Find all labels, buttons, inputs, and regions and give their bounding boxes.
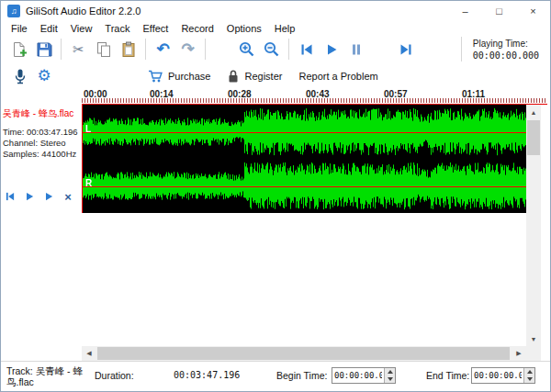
menubar: File Edit View Track Effect Record Optio…	[1, 21, 550, 35]
paste-button[interactable]	[116, 37, 141, 62]
vertical-scrollbar[interactable]: ▲ ▼	[526, 105, 541, 346]
track-mini-controls: ×	[4, 190, 74, 203]
redo-button[interactable]: ↷	[175, 37, 200, 62]
menu-help[interactable]: Help	[268, 23, 302, 34]
statusbar: Track: 吴青峰 - 蜂鸟.flac Duration: 00:03:47.…	[1, 361, 550, 391]
skip-to-start-icon	[5, 191, 16, 202]
zoom-out-button[interactable]	[259, 37, 284, 62]
vertical-scrollbar-thumb[interactable]	[527, 120, 540, 155]
register-link[interactable]: Register	[227, 69, 282, 84]
playing-time-label: Playing Time:	[473, 39, 539, 49]
report-problem-link[interactable]: Report a Problem	[298, 71, 377, 82]
ruler-tick-marks	[82, 98, 546, 103]
settings-button[interactable]: ⚙	[32, 65, 56, 87]
app-logo-icon: ♫	[7, 5, 20, 17]
status-duration-label: Duration:	[95, 370, 134, 381]
track-time: Time: 00:03:47.196	[3, 127, 78, 138]
scroll-right-arrow[interactable]: ▶	[512, 346, 526, 361]
copy-icon	[96, 41, 112, 58]
new-file-button[interactable]	[6, 37, 31, 62]
cart-icon	[148, 69, 163, 84]
app-window: ♫ GiliSoft Audio Editor 2.2.0 – □ × File…	[0, 0, 551, 392]
copy-button[interactable]	[91, 37, 116, 62]
status-track-label: Track:	[6, 365, 33, 376]
menu-options[interactable]: Options	[220, 23, 268, 34]
end-time-spinner	[523, 368, 534, 383]
spinner-up-button[interactable]	[524, 368, 534, 375]
horizontal-scrollbar[interactable]: ◀ ▶	[82, 346, 526, 361]
redo-icon: ↷	[181, 39, 194, 59]
zoom-in-icon	[238, 40, 255, 58]
purchase-label: Purchase	[168, 71, 210, 82]
save-icon	[36, 41, 52, 58]
menu-edit[interactable]: Edit	[34, 23, 64, 34]
toolbar-separator	[145, 39, 146, 60]
cut-button[interactable]: ✂	[66, 37, 91, 62]
pause-icon	[349, 42, 364, 57]
secondary-toolbar: ⚙ Purchase Register Report a Problem	[1, 63, 550, 88]
pause-button[interactable]	[343, 37, 368, 62]
toolbar-separator	[61, 39, 62, 60]
scissors-icon: ✂	[73, 41, 84, 58]
end-time-input[interactable]	[472, 368, 523, 383]
track-play-selection-button[interactable]	[42, 190, 55, 203]
skip-to-end-button[interactable]	[393, 37, 418, 62]
spinner-down-button[interactable]	[385, 375, 395, 383]
track-close-button[interactable]: ×	[62, 190, 74, 203]
new-file-icon	[11, 41, 28, 58]
play-icon	[43, 191, 54, 202]
begin-time-label: Begin Time:	[276, 370, 327, 381]
menu-file[interactable]: File	[5, 23, 34, 34]
waveform-panel: L R	[82, 105, 526, 213]
scroll-left-arrow[interactable]: ◀	[82, 346, 96, 361]
end-time-label: End Time:	[426, 370, 469, 381]
lock-icon	[227, 69, 240, 84]
close-button[interactable]: ×	[516, 1, 550, 21]
track-skip-start-button[interactable]	[4, 190, 17, 203]
toolbar-separator	[205, 39, 206, 60]
scrollbar-corner	[526, 346, 541, 361]
scroll-down-arrow[interactable]: ▼	[526, 331, 541, 346]
begin-time-input[interactable]	[332, 368, 384, 383]
track-samples: Samples: 44100Hz	[3, 149, 78, 160]
playing-time-display: Playing Time: 00:00:00.000	[461, 37, 539, 62]
menu-effect[interactable]: Effect	[136, 23, 174, 34]
track-metadata: Time: 00:03:47.196 Channel: Stereo Sampl…	[3, 127, 78, 160]
skip-to-start-button[interactable]	[294, 37, 319, 62]
chevron-up-icon	[527, 370, 533, 374]
begin-time-field	[332, 367, 396, 384]
maximize-button[interactable]: □	[482, 1, 516, 21]
record-button[interactable]	[8, 65, 32, 87]
waveform-canvas[interactable]	[82, 105, 526, 213]
close-icon: ×	[64, 191, 72, 203]
zoom-in-button[interactable]	[234, 37, 259, 62]
begin-time-spinner	[384, 368, 395, 383]
spinner-up-button[interactable]	[385, 368, 395, 375]
minimize-button[interactable]: –	[448, 1, 482, 21]
microphone-icon	[13, 68, 28, 84]
menu-track[interactable]: Track	[98, 23, 136, 34]
spinner-down-button[interactable]	[524, 375, 534, 383]
track-info-panel: 吴青峰 - 蜂鸟.flac Time: 00:03:47.196 Channel…	[1, 105, 82, 346]
right-channel-label: R	[85, 178, 92, 188]
chevron-down-icon	[388, 377, 393, 381]
track-name: 吴青峰 - 蜂鸟.flac	[1, 105, 82, 118]
paste-icon	[120, 41, 137, 58]
scroll-up-arrow[interactable]: ▲	[526, 105, 541, 119]
undo-button[interactable]: ↶	[151, 37, 175, 62]
window-controls: – □ ×	[448, 1, 550, 21]
track-channel: Channel: Stereo	[3, 138, 78, 149]
report-problem-label: Report a Problem	[298, 71, 377, 82]
menu-view[interactable]: View	[64, 23, 99, 34]
track-play-button[interactable]	[23, 190, 36, 203]
main-toolbar: ✂ ↶ ↷	[1, 35, 550, 63]
play-button[interactable]	[319, 37, 343, 62]
menu-record[interactable]: Record	[174, 23, 219, 34]
save-button[interactable]	[31, 37, 56, 62]
chevron-down-icon	[527, 377, 533, 381]
toolbar-separator	[288, 39, 289, 60]
horizontal-scrollbar-thumb[interactable]	[97, 347, 510, 360]
purchase-link[interactable]: Purchase	[148, 69, 210, 84]
window-title: GiliSoft Audio Editor 2.2.0	[26, 6, 141, 17]
timeline-ruler[interactable]: 00:00 00:14 00:28 00:43 00:57 01:11	[1, 88, 550, 105]
